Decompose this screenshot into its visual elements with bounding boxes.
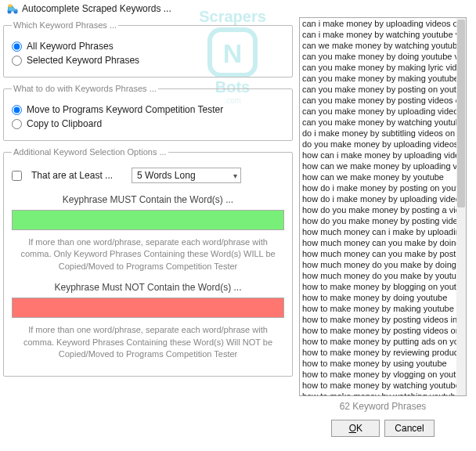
list-item[interactable]: how to make money by making youtube vide	[300, 303, 456, 314]
checkbox-at-least[interactable]	[12, 171, 22, 181]
list-item[interactable]: can we make money by watching youtube v	[300, 40, 456, 51]
words-long-combobox[interactable]: 5 Words Long ▾	[132, 168, 241, 183]
which-phrases-group: Which Keyword Phrases ... All Keyword Ph…	[3, 20, 293, 78]
ok-button[interactable]: OK	[331, 420, 380, 437]
radio-all-phrases[interactable]: All Keyword Phrases	[12, 41, 284, 52]
list-item[interactable]: do i make money by subtitling videos on …	[300, 128, 456, 139]
cancel-button[interactable]: Cancel	[384, 420, 434, 437]
radio-move[interactable]: Move to Programs Keyword Competition Tes…	[12, 104, 284, 115]
app-icon	[6, 2, 19, 15]
list-item[interactable]: can you make money by doing youtube vide	[300, 51, 456, 62]
title-bar: Autocomplete Scraped Keywords ...	[3, 0, 473, 17]
must-not-contain-label: Keyphrase Must NOT Contain the Word(s) .…	[12, 282, 284, 293]
listbox-scrollbar[interactable]	[456, 18, 466, 395]
list-item[interactable]: how to make money by watching youtube vi	[300, 380, 456, 391]
radio-move-label: Move to Programs Keyword Competition Tes…	[27, 104, 223, 115]
list-item[interactable]: do you make money by uploading videos on	[300, 139, 456, 150]
list-item[interactable]: can you make money by making youtube vid	[300, 73, 456, 84]
list-item[interactable]: how do i make money by uploading videos …	[300, 193, 456, 204]
list-item[interactable]: how do you make money by posting videos …	[300, 215, 456, 226]
must-not-contain-input[interactable]	[12, 298, 284, 318]
radio-all-phrases-input[interactable]	[12, 41, 22, 52]
keyword-count-label: 62 Keyword Phrases	[299, 401, 467, 412]
must-not-contain-help: If more than one word/phrase, separate e…	[13, 324, 283, 360]
autocomplete-keywords-dialog: Scrapers N Bots .com Autocomplete Scrape…	[0, 0, 476, 451]
radio-move-input[interactable]	[12, 105, 22, 115]
list-item[interactable]: how much money can you make by doing yo	[300, 237, 456, 248]
list-item[interactable]: can you make money by making lyric video…	[300, 62, 456, 73]
radio-copy[interactable]: Copy to Clipboard	[12, 118, 284, 129]
list-item[interactable]: how do you make money by posting a video	[300, 204, 456, 215]
left-panel: Which Keyword Phrases ... All Keyword Ph…	[3, 17, 293, 437]
must-contain-label: Keyphrase MUST Contain the Word(s) ...	[12, 194, 284, 205]
list-item[interactable]: can i make money by watching youtube vid…	[300, 29, 456, 40]
list-item[interactable]: can you make money by uploading videos o	[300, 106, 456, 117]
list-item[interactable]: how to make money by posting videos in y…	[300, 314, 456, 325]
list-item[interactable]: can you make money by watching youtube v	[300, 117, 456, 128]
list-item[interactable]: can you make money by posting videos on …	[300, 95, 456, 106]
list-item[interactable]: how can we make money by youtube	[300, 171, 456, 182]
action-legend: What to do with Keywords Phrases ...	[12, 84, 158, 93]
scroll-thumb[interactable]	[457, 20, 465, 207]
list-item[interactable]: how much money can i make by uploading v	[300, 226, 456, 237]
checkbox-at-least-label: That are at Least ...	[31, 170, 113, 181]
svg-rect-7	[9, 5, 12, 7]
list-item[interactable]: how to make money by doing youtube	[300, 292, 456, 303]
radio-copy-input[interactable]	[12, 119, 22, 129]
list-item[interactable]: how to make money by blogging on youtube	[300, 281, 456, 292]
additional-options-group: Additional Keyword Selection Options ...…	[3, 147, 293, 377]
list-item[interactable]: how to make money by reviewing products …	[300, 347, 456, 358]
must-contain-input[interactable]	[12, 210, 284, 230]
list-item[interactable]: how to make money by posting videos on y…	[300, 325, 456, 336]
chevron-down-icon: ▾	[233, 171, 237, 180]
radio-selected-phrases-label: Selected Keyword Phrases	[27, 55, 139, 66]
radio-copy-label: Copy to Clipboard	[27, 118, 102, 129]
window-title: Autocomplete Scraped Keywords ...	[22, 3, 171, 14]
list-item[interactable]: how can i make money by uploading videos	[300, 150, 456, 161]
list-item[interactable]: how to make money by using youtube	[300, 358, 456, 369]
list-item[interactable]: how do i make money by posting on youtub…	[300, 182, 456, 193]
radio-selected-phrases[interactable]: Selected Keyword Phrases	[12, 55, 284, 66]
list-item[interactable]: how to make money by vlogging on youtube	[300, 369, 456, 380]
action-group: What to do with Keywords Phrases ... Mov…	[3, 84, 293, 141]
additional-options-legend: Additional Keyword Selection Options ...	[12, 147, 168, 157]
radio-selected-phrases-input[interactable]	[12, 56, 22, 66]
which-phrases-legend: Which Keyword Phrases ...	[12, 20, 118, 30]
radio-all-phrases-label: All Keyword Phrases	[27, 41, 114, 52]
list-item[interactable]: how much money do you make by doing you	[300, 259, 456, 270]
list-item[interactable]: can i make money by uploading videos on …	[300, 18, 456, 29]
list-item[interactable]: how can we make money by uploading vide	[300, 161, 456, 171]
list-item[interactable]: how much money can you make by posting	[300, 248, 456, 259]
right-panel: can i make money by uploading videos on …	[299, 17, 467, 437]
must-contain-help: If more than one word/phrase, separate e…	[13, 236, 283, 272]
keyword-listbox[interactable]: can i make money by uploading videos on …	[299, 17, 467, 396]
list-item[interactable]: how to make money by putting ads on yout…	[300, 336, 456, 347]
list-item[interactable]: can you make money by posting on youtube	[300, 84, 456, 95]
words-long-value: 5 Words Long	[137, 170, 196, 181]
list-item[interactable]: how much money do you make by youtube	[300, 270, 456, 281]
list-item[interactable]: how to make money by watching youtube vi	[300, 391, 456, 395]
